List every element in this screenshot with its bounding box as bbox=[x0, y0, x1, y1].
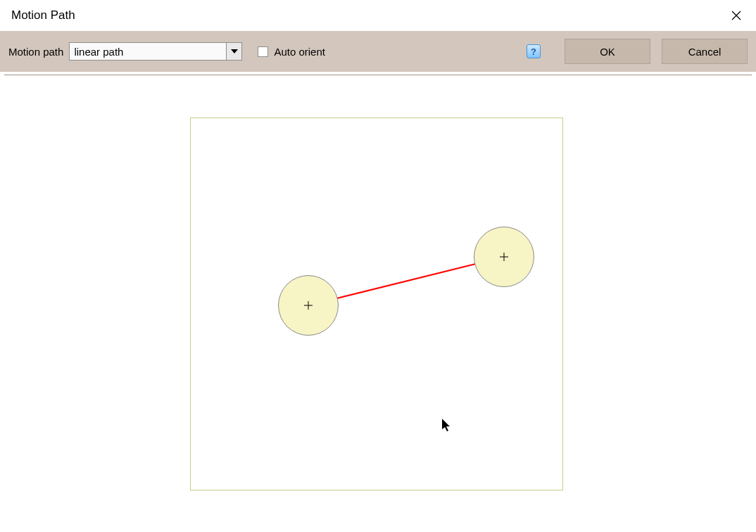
title-bar: Motion Path bbox=[0, 0, 756, 31]
motion-path-dropdown[interactable]: linear path bbox=[69, 42, 242, 61]
auto-orient-checkbox[interactable]: Auto orient bbox=[258, 46, 325, 58]
help-icon: ? bbox=[531, 46, 536, 57]
dropdown-arrow-button[interactable] bbox=[226, 43, 241, 60]
toolbar: Motion path linear path Auto orient ? OK… bbox=[0, 31, 756, 72]
checkbox-box bbox=[258, 46, 268, 57]
close-button[interactable] bbox=[728, 7, 745, 24]
cancel-button[interactable]: Cancel bbox=[662, 39, 748, 64]
close-icon bbox=[731, 11, 741, 20]
chevron-down-icon bbox=[231, 49, 238, 53]
dialog-title: Motion Path bbox=[11, 8, 75, 23]
ok-button[interactable]: OK bbox=[565, 39, 650, 64]
help-button[interactable]: ? bbox=[527, 44, 541, 58]
auto-orient-label: Auto orient bbox=[274, 46, 325, 58]
canvas-area[interactable] bbox=[4, 75, 752, 528]
motion-path-label: Motion path bbox=[8, 46, 63, 58]
dropdown-value: linear path bbox=[74, 46, 237, 58]
motion-node-end[interactable] bbox=[474, 227, 534, 287]
motion-node-start[interactable] bbox=[278, 275, 339, 336]
svg-marker-2 bbox=[231, 49, 238, 53]
motion-path-line[interactable] bbox=[4, 75, 752, 528]
